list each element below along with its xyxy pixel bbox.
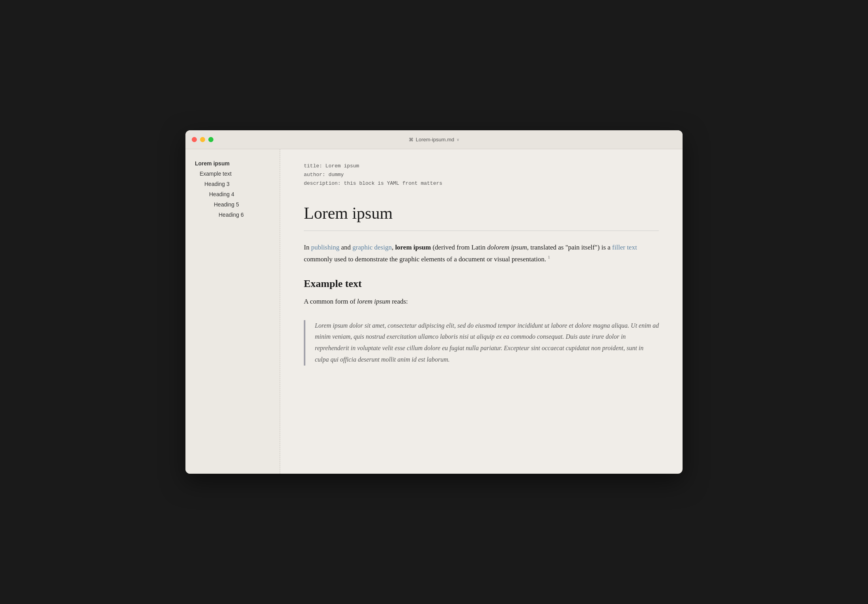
content-area: title: Lorem ipsum author: dummy descrip… [280,149,683,474]
yaml-line-1: title: Lorem ipsum [304,162,659,171]
blockquote: Lorem ipsum dolor sit amet, consectetur … [304,320,659,366]
doc-heading-2: Example text [304,278,659,290]
minimize-button[interactable] [200,137,205,142]
lorem-ipsum-italic: lorem ipsum [357,298,390,305]
maximize-button[interactable] [208,137,213,142]
filler-text-link[interactable]: filler text [612,244,637,251]
main-area: Lorem ipsum Example text Heading 3 Headi… [185,149,683,474]
text-before-link1: In [304,244,311,251]
horizontal-rule [304,231,659,231]
doc-heading-1: Lorem ipsum [304,204,659,223]
yaml-line-3: description: this block is YAML front ma… [304,179,659,188]
example-intro-text: A common form of [304,298,357,305]
sidebar-item-heading5[interactable]: Heading 5 [192,200,273,209]
sidebar-item-example-text[interactable]: Example text [192,169,273,178]
text-between-links: and [339,244,352,251]
sidebar: Lorem ipsum Example text Heading 3 Headi… [185,149,280,474]
text-after-italic: , translated as "pain itself") is a [527,244,612,251]
text-after-bold: (derived from Latin [431,244,487,251]
window-title: Lorem-ipsum.md [416,137,455,143]
footnote-1: 1 [548,255,550,259]
title-bar-center: ⌘ Lorem-ipsum.md ∨ [409,137,460,143]
sidebar-item-heading4[interactable]: Heading 4 [192,189,273,199]
sidebar-item-lorem-ipsum[interactable]: Lorem ipsum [192,159,273,168]
example-intro-end: reads: [390,298,408,305]
title-bar: ⌘ Lorem-ipsum.md ∨ [185,130,683,149]
file-icon: ⌘ [409,137,413,143]
text-after-link3: commonly used to demonstrate the graphic… [304,255,548,263]
example-intro-paragraph: A common form of lorem ipsum reads: [304,296,659,308]
sidebar-item-heading6[interactable]: Heading 6 [192,210,273,219]
yaml-line-2: author: dummy [304,171,659,179]
publishing-link[interactable]: publishing [311,244,339,251]
traffic-lights [192,137,213,142]
yaml-frontmatter: title: Lorem ipsum author: dummy descrip… [304,162,659,188]
sidebar-item-heading3[interactable]: Heading 3 [192,179,273,189]
blockquote-text: Lorem ipsum dolor sit amet, consectetur … [315,320,659,366]
chevron-down-icon[interactable]: ∨ [456,137,459,142]
app-window: ⌘ Lorem-ipsum.md ∨ Lorem ipsum Example t… [185,130,683,474]
intro-paragraph: In publishing and graphic design, lorem … [304,242,659,265]
graphic-design-link[interactable]: graphic design [352,244,392,251]
close-button[interactable] [192,137,197,142]
italic-dolorem-ipsum: dolorem ipsum [487,244,527,251]
bold-lorem-ipsum: lorem ipsum [395,244,431,251]
